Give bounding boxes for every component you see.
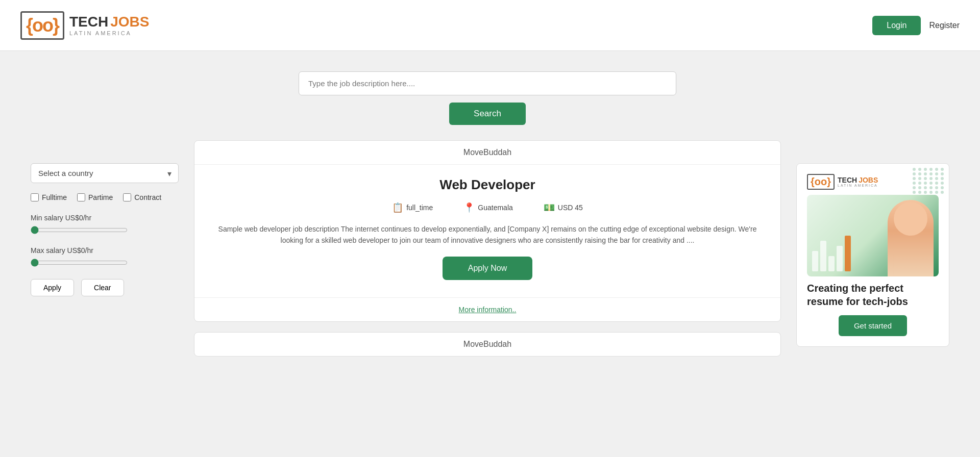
job-card-second-company: MoveBuddah	[194, 333, 780, 356]
center-content: Search MoveBuddah Web Developer 📋 full_t…	[194, 71, 781, 357]
contract-label: Contract	[134, 193, 161, 201]
decorative-dots	[913, 168, 945, 194]
login-button[interactable]: Login	[872, 16, 921, 35]
min-salary-wrapper: Min salary US$0/hr	[31, 214, 179, 236]
ad-logo-icon: {oo}	[807, 174, 835, 190]
more-info: More information..	[194, 297, 780, 321]
get-started-button[interactable]: Get started	[839, 315, 907, 336]
clear-filter-button[interactable]: Clear	[81, 279, 124, 296]
partime-checkbox[interactable]	[77, 193, 85, 201]
left-sidebar: Select a country Mexico Guatemala Colomb…	[31, 71, 179, 357]
header-nav: Login Register	[872, 16, 960, 35]
ad-headline: Creating the perfect resume for tech-job…	[807, 282, 939, 308]
logo-jobs: JOBS	[110, 14, 149, 30]
country-select-wrapper: Select a country Mexico Guatemala Colomb…	[31, 163, 179, 183]
job-title: Web Developer	[210, 177, 765, 193]
max-salary-wrapper: Max salary US$0/hr	[31, 246, 179, 269]
right-sidebar: {oo} TECH JOBS LATIN AMERICA	[796, 71, 949, 357]
salary-icon: 💵	[544, 202, 555, 213]
ad-illustration	[807, 195, 939, 276]
ad-logo-jobs: JOBS	[859, 176, 878, 184]
apply-filter-button[interactable]: Apply	[31, 279, 74, 296]
search-button[interactable]: Search	[449, 103, 526, 125]
ad-logo-area: {oo} TECH JOBS LATIN AMERICA	[807, 174, 939, 190]
logo-text: TECH JOBS LATIN AMERICA	[69, 14, 149, 36]
job-type-meta: 📋 full_time	[392, 202, 433, 213]
search-input[interactable]	[299, 71, 676, 95]
header: {oo} TECH JOBS LATIN AMERICA Login Regis…	[0, 0, 980, 51]
company-name: MoveBuddah	[463, 148, 511, 157]
filter-buttons: Apply Clear	[31, 279, 179, 296]
fulltime-filter[interactable]: Fulltime	[31, 193, 67, 201]
ad-logo-tech: TECH	[838, 176, 857, 184]
main-wrapper: Select a country Mexico Guatemala Colomb…	[0, 51, 980, 377]
fulltime-label: Fulltime	[42, 193, 67, 201]
country-select[interactable]: Select a country Mexico Guatemala Colomb…	[31, 163, 179, 183]
job-location: Guatemala	[478, 204, 512, 212]
briefcase-icon: 📋	[392, 202, 403, 213]
job-card-body: Web Developer 📋 full_time 📍 Guatemala 💵 …	[194, 165, 780, 297]
logo: {oo} TECH JOBS LATIN AMERICA	[20, 11, 149, 40]
max-salary-slider[interactable]	[31, 259, 128, 267]
ad-card: {oo} TECH JOBS LATIN AMERICA	[796, 163, 949, 347]
job-salary: USD 45	[558, 204, 583, 212]
ad-logo-text: TECH JOBS LATIN AMERICA	[838, 176, 878, 187]
search-area: Search	[194, 71, 781, 125]
job-location-meta: 📍 Guatemala	[463, 202, 512, 213]
more-info-link[interactable]: More information..	[459, 306, 517, 314]
min-salary-slider[interactable]	[31, 226, 128, 234]
job-type: full_time	[406, 204, 433, 212]
job-meta: 📋 full_time 📍 Guatemala 💵 USD 45	[210, 202, 765, 213]
apply-now-button[interactable]: Apply Now	[443, 257, 532, 280]
job-card-second: MoveBuddah	[194, 332, 781, 357]
location-icon: 📍	[463, 202, 475, 213]
partime-label: Partime	[88, 193, 113, 201]
partime-filter[interactable]: Partime	[77, 193, 113, 201]
job-type-filters: Fulltime Partime Contract	[31, 193, 179, 201]
job-card-company: MoveBuddah	[194, 141, 780, 165]
fulltime-checkbox[interactable]	[31, 193, 39, 201]
logo-tech: TECH	[69, 14, 108, 30]
ad-logo-latin: LATIN AMERICA	[838, 184, 878, 187]
second-company-name: MoveBuddah	[463, 340, 511, 348]
logo-latin: LATIN AMERICA	[69, 30, 149, 36]
contract-filter[interactable]: Contract	[123, 193, 161, 201]
job-card: MoveBuddah Web Developer 📋 full_time 📍 G…	[194, 140, 781, 322]
person-head	[894, 202, 927, 236]
max-salary-label: Max salary US$0/hr	[31, 246, 179, 255]
bar-chart	[812, 236, 851, 271]
register-button[interactable]: Register	[929, 21, 960, 30]
contract-checkbox[interactable]	[123, 193, 131, 201]
logo-icon: {oo}	[20, 11, 64, 40]
job-salary-meta: 💵 USD 45	[544, 202, 583, 213]
job-description: Sample web developer job description The…	[210, 223, 765, 246]
min-salary-label: Min salary US$0/hr	[31, 214, 179, 222]
